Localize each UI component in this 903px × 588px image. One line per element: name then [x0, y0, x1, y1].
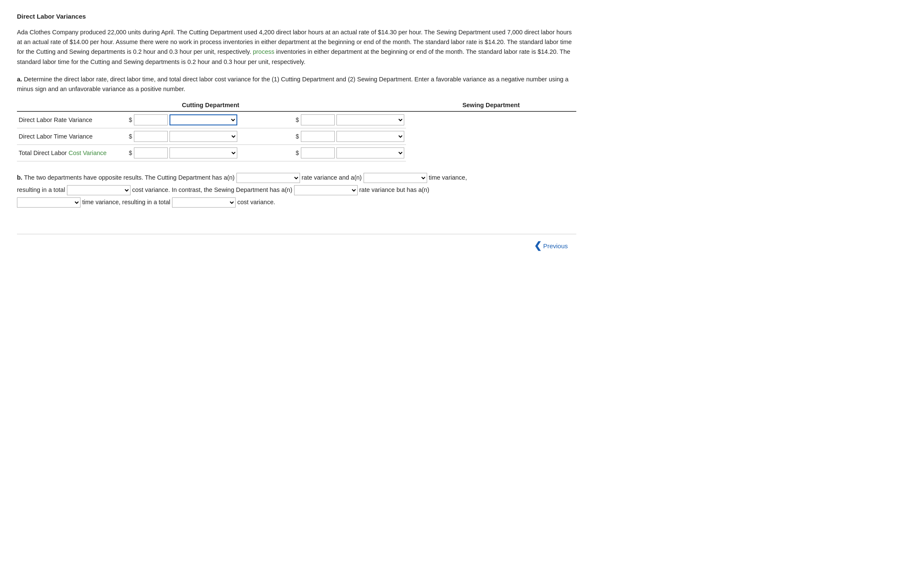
- question-a-text: a. Determine the direct labor rate, dire…: [17, 75, 576, 94]
- b-text-6: rate variance but has a(n): [359, 186, 429, 193]
- sewing-rate-input[interactable]: [301, 114, 335, 125]
- chevron-left-icon: ❮: [534, 241, 542, 250]
- question-a-letter: a.: [17, 76, 22, 83]
- b-text-4: resulting in a total: [17, 186, 67, 193]
- cutting-total-input[interactable]: [134, 147, 168, 158]
- variance-table: Cutting Department Sewing Department Dir…: [17, 102, 576, 161]
- sewing-rate-dollar: $: [296, 116, 299, 123]
- cutting-rate-variance-type-select[interactable]: favorable unfavorable: [236, 173, 300, 183]
- cutting-time-variance-type-select[interactable]: favorable unfavorable: [364, 173, 427, 183]
- spacer-col: [294, 102, 406, 111]
- process-link[interactable]: process: [253, 48, 275, 55]
- previous-button[interactable]: ❮ Previous: [534, 241, 568, 250]
- b-text-1: The two departments have opposite result…: [24, 174, 236, 181]
- cutting-time-group: $ Favorable Unfavorable: [129, 131, 275, 142]
- cutting-rate-dollar: $: [129, 116, 132, 123]
- cost-variance-green-label: Cost Variance: [69, 150, 107, 156]
- intro-paragraph: Ada Clothes Company produced 22,000 unit…: [17, 28, 576, 67]
- cutting-rate-select[interactable]: Favorable Unfavorable: [169, 114, 237, 125]
- previous-label[interactable]: Previous: [543, 242, 568, 250]
- cutting-time-dollar: $: [129, 133, 132, 140]
- cutting-time-select[interactable]: Favorable Unfavorable: [169, 131, 237, 142]
- spacer-2: [277, 128, 294, 145]
- b-text-5: cost variance. In contrast, the Sewing D…: [132, 186, 294, 193]
- spacer-1: [277, 111, 294, 128]
- cutting-dept-header: Cutting Department: [127, 102, 294, 111]
- table-row: Direct Labor Time Variance $ Favorable U…: [17, 128, 576, 145]
- sewing-total-variance-type-select-b[interactable]: favorable unfavorable: [172, 197, 236, 208]
- b-text-3: time variance,: [429, 174, 467, 181]
- sewing-rate-variance-type-select-b[interactable]: favorable unfavorable: [294, 185, 358, 195]
- cutting-total-variance-type-select[interactable]: favorable unfavorable: [67, 185, 131, 195]
- page-title: Direct Labor Variances: [17, 13, 576, 20]
- row-label-time: Direct Labor Time Variance: [17, 128, 127, 145]
- bottom-divider: [17, 234, 576, 234]
- b-text-2: rate variance and a(n): [302, 174, 364, 181]
- table-row: Direct Labor Rate Variance $ Favorable U…: [17, 111, 576, 128]
- row-label-rate: Direct Labor Rate Variance: [17, 111, 127, 128]
- blank-header: [17, 102, 127, 111]
- sewing-total-group: $ Favorable Unfavorable: [296, 147, 404, 158]
- b-text-8: cost variance.: [237, 199, 275, 205]
- question-b-letter: b.: [17, 174, 22, 181]
- sewing-total-cell: $ Favorable Unfavorable: [294, 145, 406, 161]
- sewing-time-cell: $ Favorable Unfavorable: [294, 128, 406, 145]
- sewing-time-group: $ Favorable Unfavorable: [296, 131, 404, 142]
- sewing-time-variance-type-select-b[interactable]: favorable unfavorable: [17, 197, 81, 208]
- bottom-nav: ❮ Previous: [17, 241, 576, 250]
- question-a-body: Determine the direct labor rate, direct …: [17, 76, 569, 92]
- b-text-7: time variance, resulting in a total: [82, 199, 172, 205]
- sewing-total-dollar: $: [296, 150, 299, 156]
- section-b: b. The two departments have opposite res…: [17, 172, 576, 208]
- cutting-rate-group: $ Favorable Unfavorable: [129, 114, 275, 125]
- sewing-rate-group: $ Favorable Unfavorable: [296, 114, 404, 125]
- cutting-time-cell: $ Favorable Unfavorable: [127, 128, 277, 145]
- sewing-time-dollar: $: [296, 133, 299, 140]
- row-label-total: Total Direct Labor Cost Variance: [17, 145, 127, 161]
- sewing-total-input[interactable]: [301, 147, 335, 158]
- sewing-total-select[interactable]: Favorable Unfavorable: [336, 147, 404, 158]
- cutting-rate-cell: $ Favorable Unfavorable: [127, 111, 277, 128]
- cutting-total-group: $ Favorable Unfavorable: [129, 147, 275, 158]
- table-row: Total Direct Labor Cost Variance $ Favor…: [17, 145, 576, 161]
- sewing-time-input[interactable]: [301, 131, 335, 142]
- sewing-dept-header: Sewing Department: [406, 102, 576, 111]
- sewing-rate-cell: $ Favorable Unfavorable: [294, 111, 406, 128]
- cutting-rate-input[interactable]: [134, 114, 168, 125]
- cutting-total-select[interactable]: Favorable Unfavorable: [169, 147, 237, 158]
- spacer-3: [277, 145, 294, 161]
- cutting-time-input[interactable]: [134, 131, 168, 142]
- sewing-time-select[interactable]: Favorable Unfavorable: [336, 131, 404, 142]
- sewing-rate-select[interactable]: Favorable Unfavorable: [336, 114, 404, 125]
- cutting-total-dollar: $: [129, 150, 132, 156]
- cutting-total-cell: $ Favorable Unfavorable: [127, 145, 277, 161]
